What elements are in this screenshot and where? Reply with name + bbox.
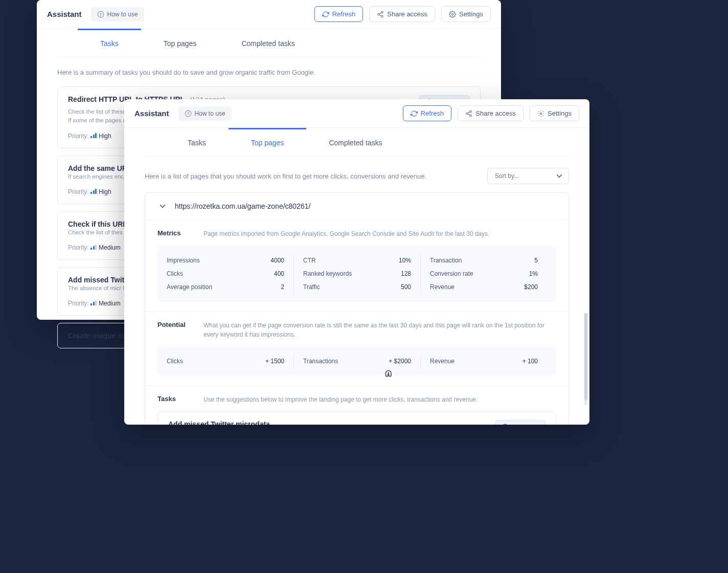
tab-completed[interactable]: Completed tasks (306, 128, 404, 156)
priority-value: High (99, 133, 111, 140)
metrics-grid: Impressions4000 Clicks400 Average positi… (157, 246, 556, 302)
how-to-fix-button[interactable]: How to fix (495, 420, 545, 425)
metrics-subtitle: Page metrics imported from Google Analyt… (203, 229, 556, 238)
chevron-down-icon (160, 202, 165, 208)
tab-tasks[interactable]: Tasks (78, 29, 141, 57)
page-url: https://rozetka.com.ua/game-zone/c80261/ (175, 202, 310, 210)
potential-section: Potential What you can get if the page c… (145, 312, 568, 386)
svg-point-1 (100, 16, 101, 16)
tasks-subtitle: Use the suggestions below to improve the… (203, 395, 556, 404)
tab-top-pages[interactable]: Top pages (141, 29, 219, 57)
tabs: Tasks Top pages Completed tasks (57, 29, 481, 57)
priority-bars-icon (90, 189, 97, 194)
metric-row: Ranked keywords128 (303, 267, 411, 280)
how-to-use-button[interactable]: How to use (178, 106, 232, 121)
potential-title: Potential (157, 321, 188, 328)
share-icon (377, 11, 384, 18)
help-icon (97, 11, 104, 18)
metric-row: Transactions+ $2000 (303, 355, 411, 368)
svg-point-3 (378, 13, 380, 15)
potential-subtitle: What you can get if the page conversion … (203, 321, 556, 339)
metric-row: Clicks+ 1500 (167, 355, 284, 368)
gear-icon (537, 110, 544, 117)
share-access-button[interactable]: Share access (458, 105, 524, 121)
page-task-card: Add missed Twitter microdata The absence… (157, 411, 556, 425)
task-title: Add missed Twitter microdata (168, 420, 489, 425)
tab-completed[interactable]: Completed tasks (219, 29, 317, 57)
gear-icon (449, 11, 456, 18)
metric-row: Revenue+ 100 (430, 355, 538, 368)
page-card-header[interactable]: https://rozetka.com.ua/game-zone/c80261/ (145, 193, 568, 220)
intro-text: Here is a list of pages that you should … (145, 172, 426, 180)
potential-grid: Clicks+ 1500 Transactions+ $2000 Revenue… (157, 346, 556, 376)
svg-point-5 (451, 13, 453, 15)
svg-point-4 (381, 15, 383, 17)
sort-by-select[interactable]: Sort by... (487, 168, 569, 184)
intro-text: Here is a summary of tasks you should do… (57, 69, 481, 76)
chevron-down-icon (556, 172, 562, 178)
svg-point-2 (381, 11, 383, 13)
settings-button[interactable]: Settings (530, 105, 579, 121)
refresh-icon (322, 11, 329, 18)
priority-bars-icon (90, 133, 97, 138)
metric-row: Impressions4000 (167, 254, 284, 267)
refresh-icon (411, 110, 418, 117)
metrics-title: Metrics (157, 229, 188, 237)
scrollbar[interactable] (584, 313, 587, 405)
priority-bars-icon (90, 245, 97, 250)
share-icon (465, 110, 472, 117)
assistant-panel-top-pages: Assistant How to use Refresh Share acces… (124, 99, 589, 425)
app-title: Assistant (47, 10, 82, 18)
cursor-icon (385, 370, 394, 379)
svg-point-10 (470, 115, 472, 117)
page-card: https://rozetka.com.ua/game-zone/c80261/… (145, 192, 569, 425)
help-icon (502, 424, 509, 425)
app-title: Assistant (134, 109, 169, 118)
refresh-button[interactable]: Refresh (314, 6, 363, 22)
tab-top-pages[interactable]: Top pages (229, 128, 307, 156)
refresh-button[interactable]: Refresh (403, 105, 452, 121)
tasks-title: Tasks (157, 395, 188, 403)
svg-point-8 (470, 111, 472, 113)
settings-button[interactable]: Settings (441, 6, 491, 22)
metric-row: Conversion rate1% (430, 267, 538, 280)
scrollbar-thumb[interactable] (584, 313, 587, 400)
metric-row: Revenue$200 (430, 280, 538, 294)
topbar: Assistant How to use Refresh Share acces… (37, 0, 501, 29)
tabs: Tasks Top pages Completed tasks (145, 128, 569, 157)
share-access-button[interactable]: Share access (369, 6, 435, 22)
metrics-section: Metrics Page metrics imported from Googl… (145, 220, 568, 312)
metric-row: CTR10% (303, 254, 411, 267)
metric-row: Average position2 (167, 280, 284, 294)
svg-point-7 (185, 111, 191, 117)
svg-point-12 (502, 424, 508, 425)
topbar: Assistant How to use Refresh Share acces… (124, 99, 589, 128)
metric-row: Traffic500 (303, 280, 411, 294)
priority-bars-icon (90, 300, 97, 305)
tab-tasks[interactable]: Tasks (165, 128, 229, 156)
how-to-use-button[interactable]: How to use (91, 7, 144, 21)
help-icon (185, 110, 192, 117)
metric-row: Clicks400 (167, 267, 284, 280)
page-tasks-section: Tasks Use the suggestions below to impro… (145, 386, 568, 425)
svg-point-11 (540, 113, 542, 115)
metric-row: Transaction5 (430, 254, 538, 267)
svg-point-9 (466, 113, 468, 115)
